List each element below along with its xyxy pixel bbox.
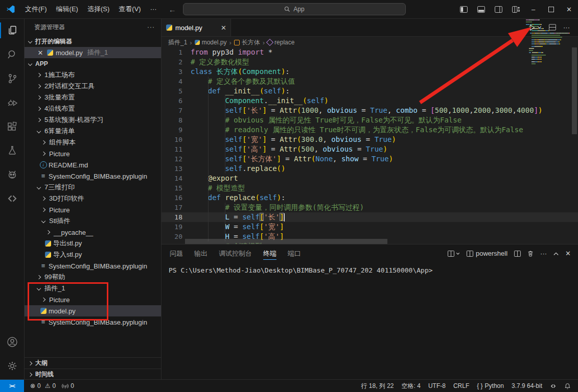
notifications-bell-icon[interactable] [564, 383, 571, 389]
tab-close-icon[interactable]: ✕ [221, 24, 226, 32]
toggle-panel-icon[interactable] [472, 0, 490, 18]
python-interpreter[interactable]: 3.7.9 64-bit [512, 382, 542, 389]
tree-item-7三维打印[interactable]: 7三维打印 [24, 182, 161, 193]
code-line-6[interactable]: 6 Component.__init__(self) [161, 96, 578, 106]
tree-item-Picture[interactable]: Picture [24, 204, 161, 215]
maximize-panel-icon[interactable] [553, 252, 559, 256]
code-line-12[interactable]: 12 self['长方体'] = Attr(None, show = True) [161, 154, 578, 164]
more-actions-icon[interactable]: ··· [540, 250, 547, 257]
indentation[interactable]: 空格: 4 [402, 382, 421, 390]
code-editor[interactable]: 1from pyp3d import *2# 定义参数化模型3class 长方体… [161, 47, 578, 244]
breadcrumb-replace[interactable]: replace [267, 39, 294, 46]
extensions-icon[interactable] [0, 114, 24, 138]
minimap[interactable] [526, 19, 570, 65]
code-line-19[interactable]: 19 W = self['宽'] [161, 222, 578, 232]
code-line-13[interactable]: 13 self.replace() [161, 164, 578, 174]
panel-tab-问题[interactable]: 问题 [170, 244, 183, 262]
code-line-18[interactable]: 18 L = self['长'] [161, 212, 578, 222]
language-mode[interactable]: { } Python [477, 382, 504, 389]
search-view-icon[interactable] [0, 42, 24, 66]
nav-back-icon[interactable]: ← [169, 5, 176, 14]
plugin-brackets-icon[interactable] [0, 186, 24, 210]
open-editors-section[interactable]: 打开的编辑器 [24, 36, 161, 47]
testing-icon[interactable] [0, 138, 24, 162]
toggle-secondary-sidebar-icon[interactable] [490, 0, 507, 18]
run-debug-icon[interactable] [0, 90, 24, 114]
close-panel-icon[interactable]: ✕ [565, 250, 571, 257]
menu-···[interactable]: ··· [146, 3, 161, 15]
panel-tab-输出[interactable]: 输出 [194, 244, 207, 262]
code-line-17[interactable]: 17 # 设置变量，同时调用参数(简化书写过程) [161, 203, 578, 212]
tree-item-Picture[interactable]: Picture [24, 294, 161, 305]
minimize-button[interactable]: – [524, 0, 542, 18]
source-control-icon[interactable] [0, 66, 24, 90]
tree-item-3批量布置[interactable]: 3批量布置 [24, 92, 161, 103]
tree-item-3D打印软件[interactable]: 3D打印软件 [24, 193, 161, 204]
open-editor-model-py[interactable]: ✕ model.py 插件_1 [24, 47, 161, 58]
toggle-sidebar-icon[interactable] [455, 0, 472, 18]
code-line-11[interactable]: 11 self['高'] = Attr(500, obvious = True) [161, 144, 578, 154]
tree-item-插件_1[interactable]: 插件_1 [24, 283, 161, 294]
problems-status[interactable]: ⊗0 ⚠0 [30, 382, 56, 389]
account-icon[interactable] [0, 330, 24, 354]
code-line-3[interactable]: 3class 长方体(Component): [161, 67, 578, 77]
tree-item-6算量清单[interactable]: 6算量清单 [24, 126, 161, 137]
close-icon[interactable]: ✕ [36, 49, 44, 57]
tree-item-__pycache__[interactable]: __pycache__ [24, 227, 161, 238]
tree-item-SystemConfig_BIMBase.pyplugin[interactable]: ≡SystemConfig_BIMBase.pyplugin [24, 260, 161, 272]
tree-item-model.py[interactable]: model.py [24, 305, 161, 316]
tree-item-Stl插件[interactable]: Stl插件 [24, 215, 161, 227]
code-line-14[interactable]: 14 @export [161, 174, 578, 183]
tree-item-99帮助[interactable]: 99帮助 [24, 272, 161, 283]
settings-gear-icon[interactable] [0, 354, 24, 378]
code-line-7[interactable]: 7 self['长'] = Attr(1000, obvious = True,… [161, 106, 578, 115]
tree-item-5基坑预测-机器学习[interactable]: 5基坑预测-机器学习 [24, 114, 161, 126]
tree-item-Picture[interactable]: Picture [24, 148, 161, 159]
code-line-1[interactable]: 1from pyp3d import * [161, 47, 578, 57]
tree-item-2对话框交互工具[interactable]: 2对话框交互工具 [24, 81, 161, 92]
tree-item-导出stl.py[interactable]: 导出stl.py [24, 238, 161, 249]
breadcrumb-model.py[interactable]: model.py [195, 39, 227, 46]
code-line-10[interactable]: 10 self['宽'] = Attr(300.0, obvious = Tru… [161, 135, 578, 144]
timeline-section[interactable]: 时间线 [24, 369, 161, 380]
outline-section[interactable]: 大纲 [24, 357, 161, 369]
command-center-search[interactable]: App [183, 3, 406, 15]
tree-item-SystemConfig_BIMBase.pyplugin[interactable]: ≡SystemConfig_BIMBase.pyplugin [24, 316, 161, 328]
horizontal-scrollbar[interactable] [185, 239, 387, 244]
kill-terminal-icon[interactable] [527, 250, 534, 257]
terminal-instance-powershell[interactable]: powershell [467, 250, 507, 257]
vertical-scrollbar[interactable] [571, 47, 578, 244]
breadcrumb-长方体[interactable]: 长方体 [234, 38, 260, 47]
tree-item-README.md[interactable]: iREADME.md [24, 159, 161, 170]
maximize-button[interactable] [542, 0, 560, 18]
customize-layout-icon[interactable] [507, 0, 524, 18]
eol-sequence[interactable]: CRLF [453, 382, 469, 389]
tab-model-py[interactable]: model.py ✕ [161, 18, 231, 36]
sidebar-more-actions-icon[interactable]: ··· [147, 23, 155, 31]
tree-item-导入stl.py[interactable]: 导入stl.py [24, 249, 161, 260]
panel-tab-调试控制台[interactable]: 调试控制台 [219, 244, 252, 262]
panel-tab-终端[interactable]: 终端 [263, 244, 276, 262]
workspace-root-section[interactable]: APP [24, 58, 161, 69]
plugin-bug-icon[interactable] [0, 162, 24, 186]
code-line-2[interactable]: 2# 定义参数化模型 [161, 57, 578, 67]
explorer-icon[interactable] [0, 18, 24, 42]
menu-编辑(E)[interactable]: 编辑(E) [52, 3, 83, 15]
encoding[interactable]: UTF-8 [428, 382, 446, 389]
close-button[interactable]: ✕ [560, 0, 578, 18]
breadcrumb-插件_1[interactable]: 插件_1 [168, 38, 187, 47]
menu-选择(S)[interactable]: 选择(S) [83, 3, 114, 15]
code-line-16[interactable]: 16 def replace(self): [161, 193, 578, 203]
tree-item-4沿线布置[interactable]: 4沿线布置 [24, 103, 161, 114]
code-line-9[interactable]: 9 # readonly 属性的只读性 True时不可调，为置灰状态，False… [161, 125, 578, 135]
code-line-8[interactable]: 8 # obvious 属性的可见性 True时可见，False为不可见。默认为… [161, 115, 578, 125]
menu-文件(F)[interactable]: 文件(F) [20, 3, 52, 15]
new-terminal-icon[interactable] [448, 251, 460, 257]
tree-item-SystemConfig_BIMBase.pyplugin[interactable]: ≡SystemConfig_BIMBase.pyplugin [24, 170, 161, 182]
cursor-position[interactable]: 行 18, 列 22 [361, 382, 394, 390]
split-terminal-icon[interactable] [514, 251, 521, 257]
terminal-output[interactable]: PS C:\Users\Method-Jiao\Desktop\BIMBase_… [161, 262, 578, 274]
panel-tab-端口[interactable]: 端口 [288, 244, 301, 262]
code-line-4[interactable]: 4 # 定义各个参数及其默认值 [161, 77, 578, 86]
tree-item-1施工场布[interactable]: 1施工场布 [24, 69, 161, 81]
